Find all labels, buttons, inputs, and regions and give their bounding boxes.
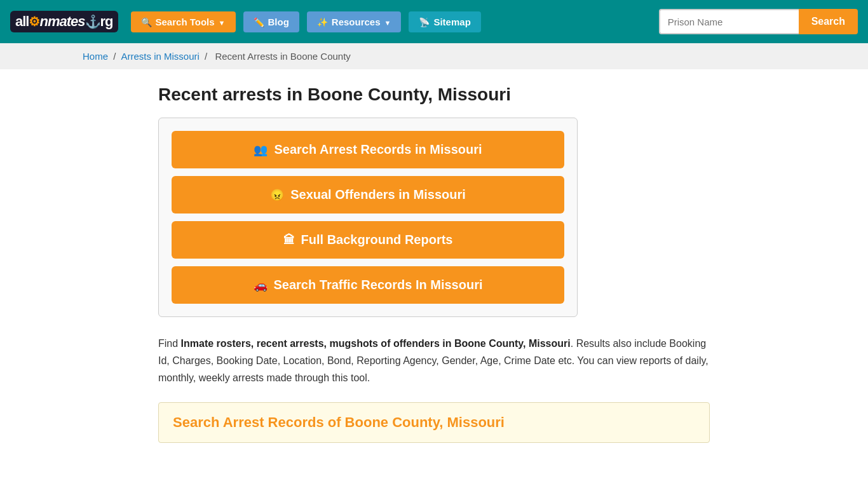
logo[interactable]: all⚙nmates⚓rg — [10, 11, 118, 32]
blog-icon — [254, 17, 264, 27]
resources-button[interactable]: Resources — [307, 11, 402, 32]
resources-label: Resources — [332, 17, 381, 27]
action-buttons-box: Search Arrest Records in Missouri Sexual… — [158, 118, 578, 317]
description-text: Find Inmate rosters, recent arrests, mug… — [158, 335, 710, 387]
car-icon — [254, 278, 268, 292]
sitemap-button[interactable]: Sitemap — [409, 11, 480, 32]
full-background-reports-button[interactable]: Full Background Reports — [172, 221, 564, 259]
bg-icon — [283, 233, 295, 247]
bottom-section: Search Arrest Records of Boone County, M… — [158, 402, 710, 443]
blog-button[interactable]: Blog — [243, 11, 299, 32]
desc-intro: Find — [158, 338, 181, 349]
bottom-section-title: Search Arrest Records of Boone County, M… — [173, 414, 695, 431]
blog-label: Blog — [268, 17, 289, 27]
search-arrest-records-button[interactable]: Search Arrest Records in Missouri — [172, 131, 564, 168]
breadcrumb-home[interactable]: Home — [83, 51, 108, 62]
desc-bold: Inmate rosters, recent arrests, mugshots… — [181, 338, 571, 349]
breadcrumb-separator-1: / — [113, 51, 118, 62]
sexual-offenders-label: Sexual Offenders in Missouri — [290, 187, 466, 202]
search-tools-label: Search Tools — [156, 17, 215, 27]
search-traffic-records-button[interactable]: Search Traffic Records In Missouri — [172, 266, 564, 304]
sexual-offenders-button[interactable]: Sexual Offenders in Missouri — [172, 176, 564, 214]
resources-icon — [317, 17, 328, 27]
header: all⚙nmates⚓rg Search Tools Blog Resource… — [0, 0, 868, 43]
prison-name-input[interactable] — [659, 9, 799, 34]
search-icon — [141, 17, 152, 27]
search-arrest-records-label: Search Arrest Records in Missouri — [274, 142, 482, 157]
logo-text: all⚙nmates⚓rg — [15, 13, 113, 30]
search-traffic-records-label: Search Traffic Records In Missouri — [274, 278, 483, 292]
main-content: Recent arrests in Boone County, Missouri… — [148, 69, 720, 458]
offender-icon — [270, 187, 284, 202]
breadcrumb: Home / Arrests in Missouri / Recent Arre… — [0, 43, 868, 69]
breadcrumb-separator-2: / — [205, 51, 210, 62]
search-tools-button[interactable]: Search Tools — [131, 11, 236, 32]
full-background-reports-label: Full Background Reports — [301, 233, 453, 247]
chevron-down-icon — [219, 17, 226, 27]
breadcrumb-arrests-missouri[interactable]: Arrests in Missouri — [121, 51, 200, 62]
prison-search-bar: Search — [659, 9, 858, 34]
sitemap-label: Sitemap — [433, 17, 470, 27]
breadcrumb-current: Recent Arrests in Boone County — [215, 51, 350, 62]
prison-search-button[interactable]: Search — [799, 9, 858, 34]
page-title: Recent arrests in Boone County, Missouri — [158, 85, 710, 105]
people-icon — [254, 142, 268, 157]
chevron-down-icon-2 — [384, 17, 391, 27]
search-button-label: Search — [811, 16, 845, 27]
sitemap-icon — [419, 17, 430, 27]
